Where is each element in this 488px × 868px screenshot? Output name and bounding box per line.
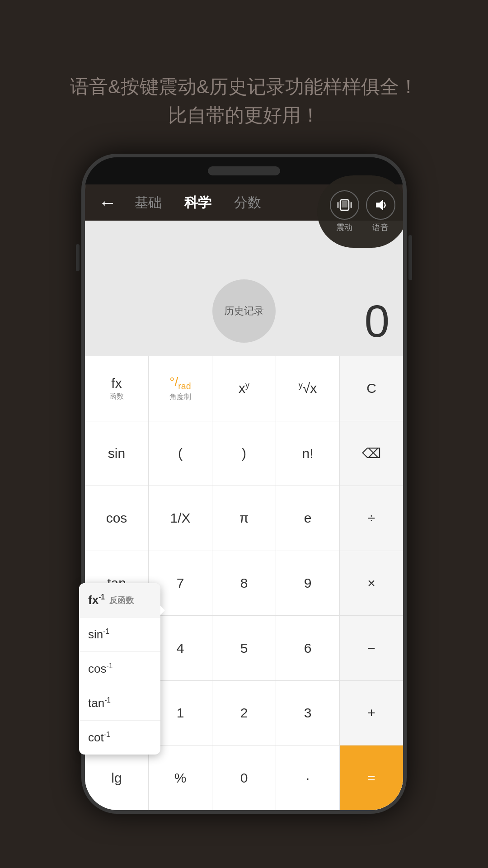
- popup-item-tan-inv[interactable]: tan-1: [79, 686, 160, 721]
- key-pi[interactable]: π: [212, 486, 276, 551]
- back-button[interactable]: ←: [94, 188, 121, 217]
- sound-icon-item[interactable]: 语音: [366, 190, 395, 233]
- key-9[interactable]: 9: [276, 551, 340, 616]
- key-clear[interactable]: C: [340, 356, 403, 421]
- key-2[interactable]: 2: [212, 681, 276, 745]
- nav-bar: ← 基础 科学 分数: [85, 184, 403, 221]
- phone-wrapper: ← 基础 科学 分数: [81, 154, 407, 859]
- tab-science[interactable]: 科学: [180, 191, 216, 214]
- key-6[interactable]: 6: [276, 616, 340, 680]
- tab-fraction[interactable]: 分数: [230, 191, 266, 214]
- key-multiply[interactable]: ×: [340, 551, 403, 616]
- key-reciprocal[interactable]: 1/X: [149, 486, 212, 551]
- key-minus[interactable]: −: [340, 616, 403, 680]
- popup-item-sin-inv[interactable]: sin-1: [79, 618, 160, 652]
- key-row-7: lg % 0 · =: [85, 745, 403, 810]
- key-percent[interactable]: %: [149, 745, 212, 810]
- svg-rect-1: [342, 201, 347, 208]
- key-sin[interactable]: sin: [85, 421, 149, 486]
- key-0[interactable]: 0: [212, 745, 276, 810]
- key-divide[interactable]: ÷: [340, 486, 403, 551]
- key-fx[interactable]: fx 函数: [85, 356, 149, 421]
- key-dot[interactable]: ·: [276, 745, 340, 810]
- side-button-left: [76, 244, 80, 271]
- key-rparen[interactable]: ): [212, 421, 276, 486]
- key-root[interactable]: y√x: [276, 356, 340, 421]
- key-lg[interactable]: lg: [85, 745, 149, 810]
- key-5[interactable]: 5: [212, 616, 276, 680]
- key-backspace[interactable]: ⌫: [340, 421, 403, 486]
- vibrate-label: 震动: [336, 222, 352, 233]
- tab-basic[interactable]: 基础: [130, 191, 166, 214]
- svg-marker-4: [376, 200, 383, 210]
- key-equals[interactable]: =: [340, 745, 403, 810]
- header-line1: 语音&按键震动&历史记录功能样样俱全！: [36, 72, 452, 101]
- side-button-right: [408, 235, 412, 280]
- key-degree[interactable]: °/rad 角度制: [149, 356, 212, 421]
- sound-icon: [366, 190, 395, 220]
- popup-item-cot-inv[interactable]: cot-1: [79, 721, 160, 755]
- popup-item-cos-inv[interactable]: cos-1: [79, 652, 160, 686]
- key-row-3: cos 1/X π e ÷: [85, 486, 403, 551]
- vibrate-icon: [330, 190, 359, 220]
- key-row-1: fx 函数 °/rad 角度制 xy y√x C: [85, 356, 403, 421]
- key-plus[interactable]: +: [340, 681, 403, 745]
- popup-item-fx-inv[interactable]: fx-1 反函数: [79, 583, 160, 618]
- key-lparen[interactable]: (: [149, 421, 212, 486]
- side-popup: fx-1 反函数 sin-1 cos-1 tan-1 cot-1: [79, 583, 160, 755]
- sound-label: 语音: [372, 222, 389, 233]
- history-button[interactable]: 历史记录: [212, 279, 276, 343]
- icons-bubble: 震动 语音: [317, 175, 407, 248]
- key-power[interactable]: xy: [212, 356, 276, 421]
- speaker: [208, 166, 280, 175]
- display-value: 0: [364, 295, 389, 347]
- key-cos[interactable]: cos: [85, 486, 149, 551]
- key-e[interactable]: e: [276, 486, 340, 551]
- key-8[interactable]: 8: [212, 551, 276, 616]
- vibrate-icon-item[interactable]: 震动: [330, 190, 359, 233]
- nav-tabs: 基础 科学 分数: [130, 191, 266, 214]
- header-line2: 比自带的更好用！: [36, 101, 452, 129]
- key-row-2: sin ( ) n! ⌫: [85, 421, 403, 486]
- key-factorial[interactable]: n!: [276, 421, 340, 486]
- key-3[interactable]: 3: [276, 681, 340, 745]
- header-text: 语音&按键震动&历史记录功能样样俱全！ 比自带的更好用！: [0, 0, 488, 156]
